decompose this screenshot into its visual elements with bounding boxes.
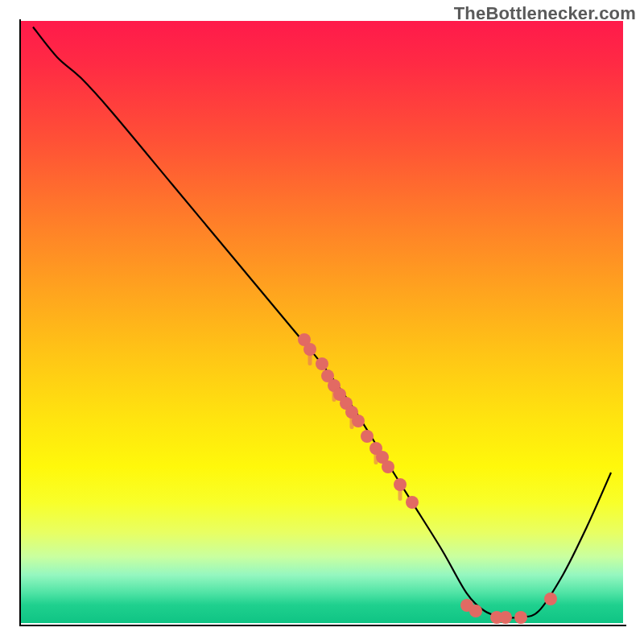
attribution-label: TheBottleneсker.com [454, 3, 636, 24]
plot-background [21, 21, 623, 623]
bottleneck-chart: TheBottleneсker.com [0, 0, 644, 644]
